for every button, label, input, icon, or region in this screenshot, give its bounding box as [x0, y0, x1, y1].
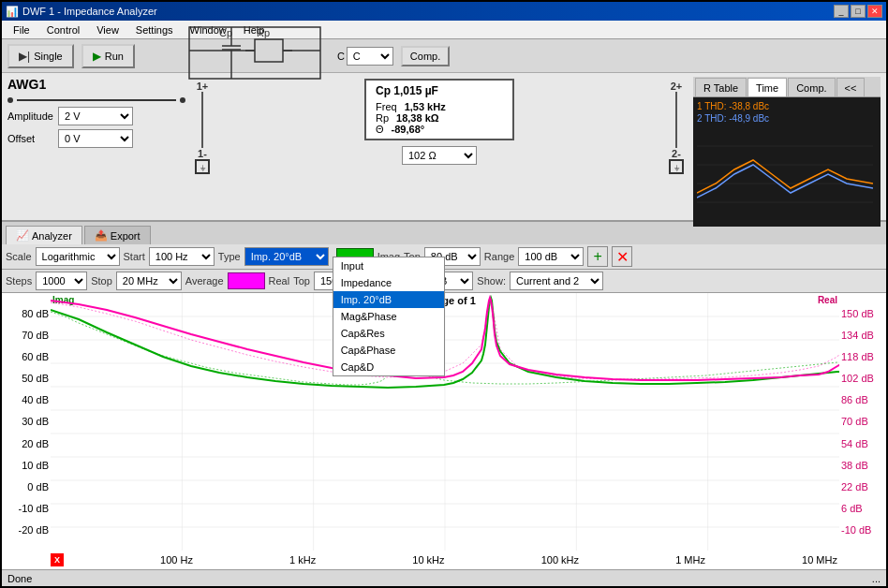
run-button[interactable]: ▶ Run: [81, 44, 135, 68]
awg-left: AWG1 Amplitude 2 V Offset 0 V: [7, 77, 185, 227]
amplitude-label: Amplitude: [7, 110, 54, 122]
type-option-input[interactable]: Input: [333, 257, 444, 274]
y-axis-left: 80 dB 70 dB 60 dB 50 dB 40 dB 30 dB 20 d…: [2, 293, 51, 551]
close-button[interactable]: ✕: [867, 5, 882, 18]
y-left-70: 70 dB: [22, 330, 49, 341]
analyzer-tab-label: Analyzer: [32, 230, 72, 242]
svg-rect-5: [255, 39, 283, 62]
real-label: Real: [269, 275, 290, 287]
y-right-134: 134 dB: [841, 330, 874, 341]
svg-text:Rp: Rp: [257, 27, 270, 38]
y-left-20: 20 dB: [22, 438, 49, 449]
awg-title: AWG1: [7, 77, 185, 92]
awg-dot: [7, 97, 13, 103]
chart-inner: Average of 1 Imag Real: [51, 293, 839, 551]
tab-collapse[interactable]: <<: [836, 78, 866, 96]
comp-button[interactable]: Comp.: [401, 46, 450, 66]
type-option-capd[interactable]: Cap&D: [333, 359, 444, 375]
scale-label: Scale: [6, 251, 32, 262]
comp-label: Comp.: [410, 51, 440, 62]
svg-rect-13: [697, 127, 873, 221]
toolbar: ▶| Single ▶ Run: [2, 39, 886, 73]
menu-control[interactable]: Control: [39, 22, 87, 37]
analyzer-tab-icon: 📈: [16, 229, 29, 242]
offset-field: Offset 0 V: [7, 129, 185, 148]
y-right-22: 22 dB: [841, 481, 868, 492]
minimize-button[interactable]: _: [834, 5, 849, 18]
x-axis-row: X 100 Hz 1 kHz 10 kHz 100 kHz 1 MHz 10 M…: [2, 551, 886, 569]
awg-dot-line: [7, 97, 185, 103]
stop-select[interactable]: 20 MHz: [116, 272, 182, 290]
type-option-imp20db[interactable]: Imp. 20°dB: [333, 291, 444, 308]
y-left-60: 60 dB: [22, 351, 49, 362]
tab-time[interactable]: Time: [747, 78, 787, 96]
type-label-ctrl: Type: [218, 251, 241, 262]
type-selector-area: C C: [337, 47, 393, 66]
offset-select[interactable]: 0 V: [58, 129, 133, 148]
tab-comp[interactable]: Comp.: [788, 78, 835, 96]
amplitude-select[interactable]: 2 V: [58, 107, 133, 125]
title-bar-left: 📊 DWF 1 - Impedance Analyzer: [6, 6, 157, 18]
window-title: DWF 1 - Impedance Analyzer: [22, 6, 157, 17]
menu-view[interactable]: View: [89, 22, 126, 37]
top-label-2: Top: [293, 275, 310, 287]
x-axis-icon[interactable]: X: [51, 553, 64, 566]
export-tab-icon: 📤: [95, 229, 108, 242]
y-right-102: 102 dB: [841, 373, 874, 384]
scale-select[interactable]: Logarithmic: [36, 247, 120, 266]
offset-label: Offset: [7, 133, 54, 144]
menu-file[interactable]: File: [6, 22, 37, 37]
real-color-button[interactable]: [228, 272, 265, 289]
scope1-minus: 1-: [198, 148, 207, 159]
type-dropdown[interactable]: C: [347, 47, 393, 66]
tab-analyzer[interactable]: 📈 Analyzer: [6, 226, 82, 244]
single-button[interactable]: ▶| Single: [7, 44, 74, 68]
awg-line: [17, 99, 176, 101]
type-option-magphase[interactable]: Mag&Phase: [333, 308, 444, 325]
status-text: Done: [7, 573, 32, 584]
add-channel-button[interactable]: +: [587, 246, 608, 267]
y-right-86: 86 dB: [841, 394, 868, 405]
type-option-capphase[interactable]: Cap&Phase: [333, 342, 444, 359]
title-bar: 📊 DWF 1 - Impedance Analyzer _ □ ✕: [2, 2, 886, 21]
x-100hz: 100 Hz: [160, 554, 193, 566]
type-select[interactable]: Imp. 20°dB: [244, 247, 329, 266]
amplitude-field: Amplitude 2 V: [7, 107, 185, 125]
thd1-label: 1 THD: -38,8 dBc: [697, 101, 877, 111]
y-left-30: 30 dB: [22, 416, 49, 427]
freq-value: 1,53 kHz: [405, 101, 446, 112]
type-option-capres[interactable]: Cap&Res: [333, 325, 444, 342]
show-select[interactable]: Current and 2: [510, 272, 603, 290]
right-tabs: R Table Time Comp. <<: [693, 77, 881, 97]
range-select-1[interactable]: 100 dB: [518, 247, 584, 266]
svg-text:Cp: Cp: [219, 27, 232, 38]
start-label: Start: [124, 251, 145, 262]
analyzer-panel: 📈 Analyzer 📤 Export Scale Logarithmic St…: [2, 222, 886, 569]
x-10mhz: 10 MHz: [802, 554, 837, 566]
type-option-impedance[interactable]: Impedance: [333, 274, 444, 291]
steps-select[interactable]: 1000: [36, 272, 87, 290]
del-channel-button[interactable]: ✕: [612, 246, 632, 267]
y-right-6: 6 dB: [841, 503, 863, 514]
average-label: Average: [185, 275, 224, 287]
impedance-box: Cp 1,015 µF Freq 1,53 kHz Rp 18,38 kΩ Θ …: [364, 79, 514, 140]
export-tab-label: Export: [111, 230, 141, 242]
tab-export[interactable]: 📤 Export: [84, 226, 151, 244]
tab-rtable[interactable]: R Table: [695, 78, 747, 96]
maximize-button[interactable]: □: [851, 5, 866, 18]
menu-settings[interactable]: Settings: [128, 22, 181, 37]
y-axis-right: 150 dB 134 dB 118 dB 102 dB 86 dB 70 dB …: [839, 293, 886, 551]
thd2-label: 2 THD: -48,9 dBc: [697, 113, 877, 124]
range-label-1: Range: [484, 251, 514, 262]
resistor-select-area: 102 Ω: [402, 146, 477, 165]
freq-row: Freq 1,53 kHz: [376, 101, 503, 112]
x-100khz: 100 kHz: [541, 554, 579, 566]
y-right-70: 70 dB: [841, 416, 868, 427]
start-select[interactable]: 100 Hz: [149, 247, 215, 266]
title-bar-controls: _ □ ✕: [834, 5, 882, 18]
type-label: C: [337, 51, 345, 62]
rp-value: 18,38 kΩ: [396, 112, 439, 124]
resistor-select[interactable]: 102 Ω: [402, 146, 477, 165]
impedance-info: Cp 1,015 µF Freq 1,53 kHz Rp 18,38 kΩ Θ …: [214, 77, 665, 165]
run-label: Run: [105, 51, 124, 62]
